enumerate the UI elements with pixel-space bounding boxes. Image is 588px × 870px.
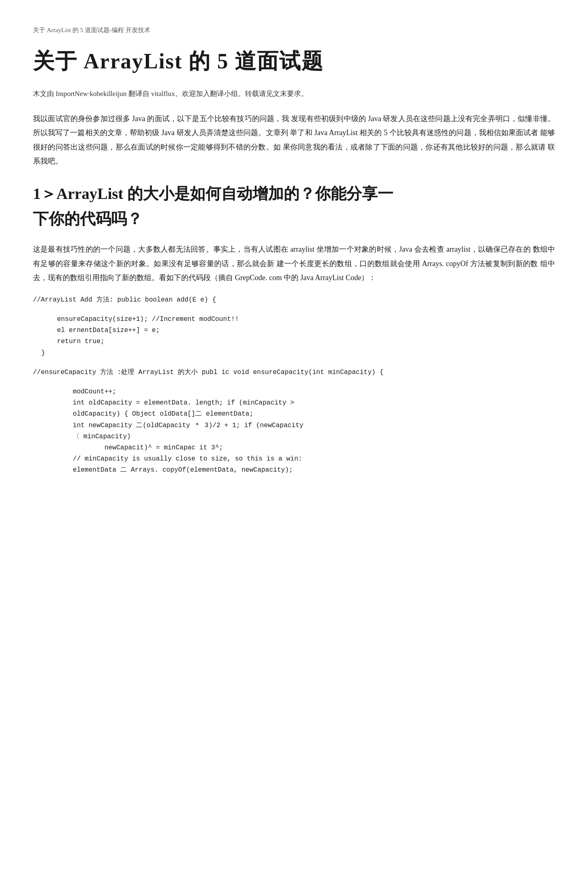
section1-title-cont: 下你的代码吗？ [33, 208, 555, 230]
code-block-1: //ArrayList Add 方法: public boolean add(E… [33, 295, 555, 306]
code-block-1-body: ensureCapacity(size+1); //Increment modC… [33, 314, 555, 359]
intro-paragraph: 我以面试官的身份参加过很多 Java 的面试，以下是五个比较有技巧的问题，我 发… [33, 112, 555, 168]
breadcrumb: 关于 ArrayList 的 5 道面试题-编程 开发技术 [33, 25, 555, 36]
author-line: 木文由 ImportNew·kobekilleijun 翻译自 vitalflu… [33, 88, 555, 101]
code-block-2-body: modCount++; int oldCapacity = elementDat… [33, 386, 555, 476]
section1-title: 1＞ArrayList 的大小是如何自动增加的？你能分享一 [33, 183, 555, 205]
main-title: 关于 ArrayList 的 5 道面试题 [33, 47, 555, 75]
code-block-2-comment: //ensureCapacity 方法 :处理 ArrayList 的大小 pu… [33, 367, 555, 378]
body-paragraph-1: 这是最有技巧性的的一个问题，大多数人都无法回答。事实上，当有人试图在 array… [33, 242, 555, 285]
